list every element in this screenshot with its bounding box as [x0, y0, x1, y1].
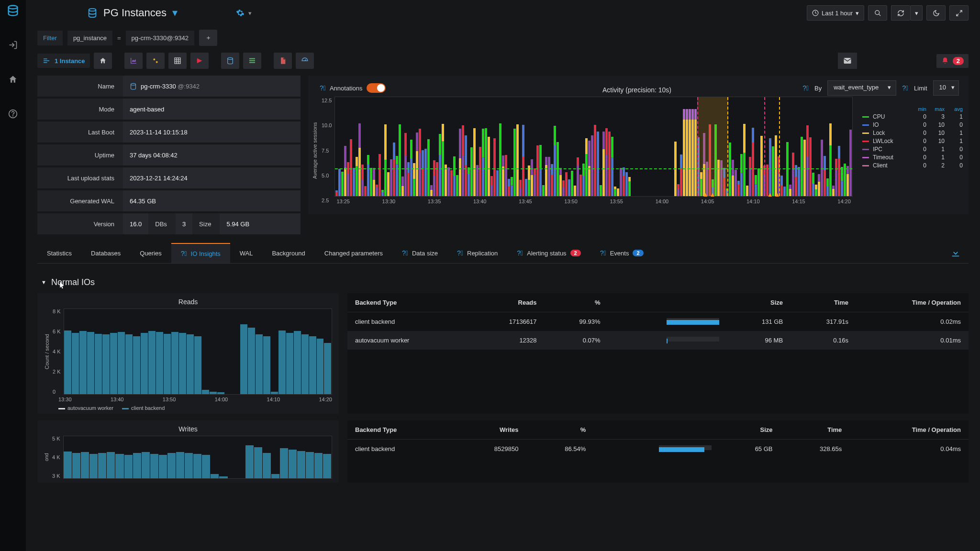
help-icon: ?⃝ [320, 84, 326, 92]
time-range-picker[interactable]: Last 1 hour ▾ [807, 5, 864, 21]
tool-table[interactable] [168, 53, 187, 69]
login-icon[interactable] [6, 38, 20, 52]
svg-line-7 [879, 14, 880, 16]
writes-plot[interactable] [63, 436, 332, 479]
svg-line-9 [956, 13, 958, 15]
instance-size: 5.94 GB [220, 213, 301, 234]
chevron-down-icon: ▼ [41, 279, 46, 285]
instance-toolbar: 1 Instance 2 [37, 53, 969, 69]
refresh-icon [897, 10, 904, 17]
annotation-markers: ▲▲ [702, 191, 716, 198]
refresh-interval-dropdown[interactable]: ▾ [910, 5, 923, 21]
svg-point-17 [227, 57, 233, 59]
tool-doc[interactable] [274, 53, 292, 69]
app-logo[interactable] [6, 4, 20, 17]
filter-value[interactable]: pg-crm-3330@:9342 [126, 31, 194, 45]
instance-last-boot: 2023-11-14 10:15:18 [123, 121, 301, 143]
reads-legend: autovacuum workerclient backend [44, 402, 332, 411]
chevron-down-icon: ▾ [248, 10, 252, 17]
svg-point-3 [13, 116, 13, 116]
database-icon [87, 8, 98, 18]
fullscreen-button[interactable] [949, 5, 969, 21]
tool-chart[interactable] [124, 53, 143, 69]
tab-background[interactable]: Background [262, 244, 314, 263]
time-marker [764, 97, 780, 196]
app-sidebar [0, 0, 26, 551]
topbar: PG Instances ▾ ▾ Last 1 hour ▾ ▾ [37, 0, 969, 26]
tab-events[interactable]: ?⃝Events2 [590, 243, 653, 263]
instance-info: Name pg-crm-3330 @:9342 Modeagent-based … [37, 76, 301, 234]
activity-chart: ?⃝ Annotations ?⃝ By wait_event_type ▾ ?… [308, 76, 969, 214]
svg-rect-20 [249, 62, 255, 63]
search-icon [874, 10, 881, 17]
gear-icon [236, 9, 245, 17]
svg-point-23 [131, 83, 136, 85]
tool-dashboard[interactable] [296, 53, 314, 69]
svg-point-6 [875, 10, 879, 14]
writes-chart: Writes ond 5 K4 K3 K [37, 420, 339, 483]
svg-point-4 [89, 9, 96, 11]
mail-button[interactable] [838, 53, 857, 69]
reads-plot[interactable] [64, 309, 332, 395]
download-button[interactable] [943, 244, 969, 262]
tool-db[interactable] [221, 53, 239, 69]
instance-dbs: 3 [176, 213, 192, 234]
annotations-toggle[interactable]: ?⃝ Annotations [320, 83, 386, 93]
chevron-down-icon: ▾ [172, 7, 178, 19]
theme-toggle[interactable] [926, 5, 946, 21]
tab-statistics[interactable]: Statistics [37, 244, 81, 263]
help-icon: ?⃝ [902, 84, 908, 92]
expand-icon [956, 10, 963, 17]
table-row[interactable]: client backend852985086.54%65 GB328.65s0… [347, 440, 969, 459]
tab-replication[interactable]: ?⃝Replication [447, 243, 507, 263]
section-normal-ios[interactable]: ▼ Normal IOs [41, 277, 969, 287]
instance-name: pg-crm-3330 @:9342 [123, 76, 301, 97]
home-icon[interactable] [6, 73, 20, 86]
instance-wal: 64.35 GB [123, 190, 301, 211]
tune-icon [42, 56, 51, 65]
tab-databases[interactable]: Databases [81, 244, 130, 263]
tab-alerting[interactable]: ?⃝Alerting status2 [507, 243, 590, 263]
svg-point-11 [156, 61, 157, 63]
svg-rect-12 [175, 58, 180, 64]
instance-count[interactable]: 1 Instance [37, 54, 90, 68]
alerts-indicator[interactable]: 2 [936, 54, 969, 68]
tab-wal[interactable]: WAL [230, 244, 263, 263]
limit-select[interactable]: 10 ▾ [933, 80, 959, 96]
reads-chart: Reads Count / second 8 K6 K4 K2 K0 13:30… [37, 293, 339, 414]
filter-op: = [117, 34, 121, 42]
instance-mode: agent-based [123, 99, 301, 120]
page-title-dropdown[interactable]: PG Instances ▾ [87, 7, 178, 19]
instance-uptime: 37 days 04:08:42 [123, 144, 301, 165]
svg-rect-18 [249, 58, 255, 59]
tab-changed-params[interactable]: Changed parameters [315, 244, 392, 263]
settings-dropdown[interactable]: ▾ [236, 9, 252, 17]
add-filter-button[interactable]: ＋ [199, 30, 217, 46]
activity-plot[interactable]: ▲▲ ▲▲ [334, 97, 853, 197]
instance-version: 16.0 [123, 213, 148, 234]
table-row[interactable]: client backend1713661799.93%131 GB317.91… [347, 312, 969, 331]
tab-data-size[interactable]: ?⃝Data size [392, 243, 447, 263]
tab-queries[interactable]: Queries [130, 244, 171, 263]
time-selection[interactable] [697, 97, 728, 196]
tool-alert[interactable] [190, 53, 209, 69]
help-icon[interactable] [6, 107, 20, 121]
moon-icon [933, 10, 940, 17]
refresh-button[interactable] [891, 5, 910, 21]
reads-table: Backend TypeReads%SizeTimeTime / Operati… [347, 293, 969, 414]
cursor-icon [56, 281, 67, 291]
tab-io-insights[interactable]: ?⃝IO Insights [171, 243, 230, 263]
zoom-out-button[interactable] [868, 5, 887, 21]
toggle-switch[interactable] [367, 83, 386, 93]
by-select[interactable]: wait_event_type ▾ [827, 80, 896, 96]
instance-last-upload: 2023-12-21 14:24:24 [123, 167, 301, 188]
tool-gears[interactable] [146, 53, 165, 69]
svg-point-10 [153, 58, 155, 60]
tool-list[interactable] [243, 53, 261, 69]
tool-home[interactable] [94, 53, 112, 69]
detail-tabs: Statistics Databases Queries ?⃝IO Insigh… [37, 243, 969, 264]
chart-legend: minmaxavg CPU031IO0100Lock0101LWLock0101… [853, 97, 963, 204]
table-row[interactable]: autovacuum worker123280.07%96 MB0.16s0.0… [347, 331, 969, 350]
clock-icon [812, 10, 819, 16]
filter-key[interactable]: pg_instance [67, 31, 112, 45]
